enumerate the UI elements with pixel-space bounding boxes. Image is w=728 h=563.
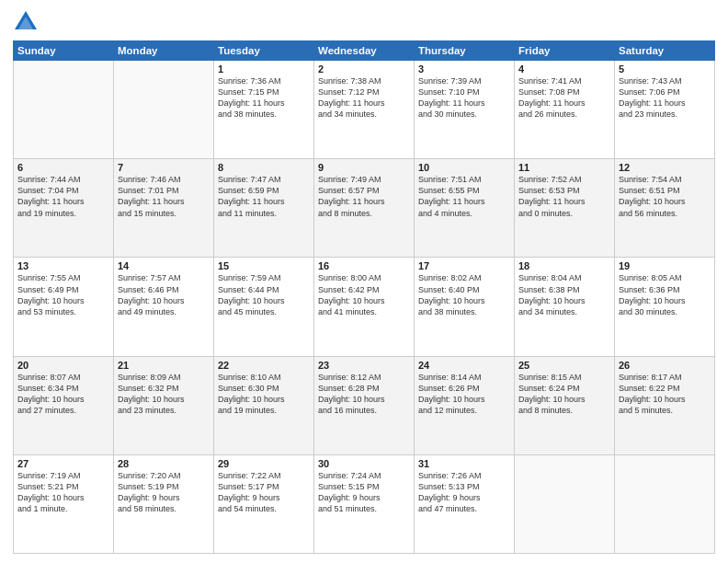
day-detail: Sunrise: 8:17 AM Sunset: 6:22 PM Dayligh… <box>619 372 711 417</box>
calendar-cell <box>515 454 615 553</box>
calendar-week-row: 1Sunrise: 7:36 AM Sunset: 7:15 PM Daylig… <box>14 61 715 159</box>
day-number: 2 <box>318 63 410 75</box>
logo-icon <box>13 9 39 35</box>
day-detail: Sunrise: 7:22 AM Sunset: 5:17 PM Dayligh… <box>218 470 310 515</box>
day-number: 6 <box>17 162 109 173</box>
calendar-cell: 13Sunrise: 7:55 AM Sunset: 6:49 PM Dayli… <box>14 258 114 356</box>
day-detail: Sunrise: 7:59 AM Sunset: 6:44 PM Dayligh… <box>218 272 310 317</box>
calendar-cell: 15Sunrise: 7:59 AM Sunset: 6:44 PM Dayli… <box>214 258 314 356</box>
day-detail: Sunrise: 7:41 AM Sunset: 7:08 PM Dayligh… <box>518 75 610 121</box>
calendar-cell: 12Sunrise: 7:54 AM Sunset: 6:51 PM Dayli… <box>615 159 715 258</box>
day-number: 31 <box>418 458 510 469</box>
calendar-cell: 7Sunrise: 7:46 AM Sunset: 7:01 PM Daylig… <box>114 159 214 258</box>
calendar-cell: 27Sunrise: 7:19 AM Sunset: 5:21 PM Dayli… <box>14 454 114 553</box>
day-number: 25 <box>518 360 610 371</box>
day-detail: Sunrise: 7:51 AM Sunset: 6:55 PM Dayligh… <box>418 174 510 219</box>
calendar-header-friday: Friday <box>515 41 615 61</box>
calendar-cell: 8Sunrise: 7:47 AM Sunset: 6:59 PM Daylig… <box>214 159 314 258</box>
day-number: 21 <box>118 360 210 371</box>
calendar-cell: 4Sunrise: 7:41 AM Sunset: 7:08 PM Daylig… <box>515 61 615 159</box>
day-number: 13 <box>17 260 109 271</box>
day-number: 29 <box>218 458 310 469</box>
calendar-cell: 29Sunrise: 7:22 AM Sunset: 5:17 PM Dayli… <box>214 454 314 553</box>
calendar-header-thursday: Thursday <box>415 41 515 61</box>
day-detail: Sunrise: 7:43 AM Sunset: 7:06 PM Dayligh… <box>619 75 711 121</box>
calendar-header-sunday: Sunday <box>14 41 114 61</box>
day-number: 16 <box>318 260 410 271</box>
calendar-cell: 14Sunrise: 7:57 AM Sunset: 6:46 PM Dayli… <box>114 258 214 356</box>
day-detail: Sunrise: 7:44 AM Sunset: 7:04 PM Dayligh… <box>17 174 109 219</box>
day-number: 7 <box>118 162 210 173</box>
day-detail: Sunrise: 7:36 AM Sunset: 7:15 PM Dayligh… <box>218 75 310 121</box>
day-number: 8 <box>218 162 310 173</box>
calendar-header-tuesday: Tuesday <box>214 41 314 61</box>
calendar-cell: 9Sunrise: 7:49 AM Sunset: 6:57 PM Daylig… <box>314 159 415 258</box>
day-detail: Sunrise: 7:54 AM Sunset: 6:51 PM Dayligh… <box>619 174 711 219</box>
calendar-cell: 5Sunrise: 7:43 AM Sunset: 7:06 PM Daylig… <box>615 61 715 159</box>
day-detail: Sunrise: 7:19 AM Sunset: 5:21 PM Dayligh… <box>17 470 109 515</box>
calendar-cell: 31Sunrise: 7:26 AM Sunset: 5:13 PM Dayli… <box>415 454 515 553</box>
calendar-cell: 16Sunrise: 8:00 AM Sunset: 6:42 PM Dayli… <box>314 258 415 356</box>
day-number: 26 <box>619 360 711 371</box>
header <box>13 9 715 35</box>
day-number: 15 <box>218 260 310 271</box>
calendar-header-wednesday: Wednesday <box>314 41 415 61</box>
calendar-week-row: 27Sunrise: 7:19 AM Sunset: 5:21 PM Dayli… <box>14 454 715 553</box>
day-number: 14 <box>118 260 210 271</box>
day-detail: Sunrise: 8:04 AM Sunset: 6:38 PM Dayligh… <box>518 272 610 317</box>
calendar-table: SundayMondayTuesdayWednesdayThursdayFrid… <box>13 40 715 554</box>
day-detail: Sunrise: 7:20 AM Sunset: 5:19 PM Dayligh… <box>118 470 210 515</box>
calendar-cell: 23Sunrise: 8:12 AM Sunset: 6:28 PM Dayli… <box>314 356 415 454</box>
day-detail: Sunrise: 8:05 AM Sunset: 6:36 PM Dayligh… <box>619 272 711 317</box>
day-detail: Sunrise: 8:02 AM Sunset: 6:40 PM Dayligh… <box>418 272 510 317</box>
calendar-cell: 21Sunrise: 8:09 AM Sunset: 6:32 PM Dayli… <box>114 356 214 454</box>
day-detail: Sunrise: 7:39 AM Sunset: 7:10 PM Dayligh… <box>418 75 510 121</box>
day-detail: Sunrise: 7:46 AM Sunset: 7:01 PM Dayligh… <box>118 174 210 219</box>
day-number: 27 <box>17 458 109 469</box>
calendar-cell <box>14 61 114 159</box>
day-number: 22 <box>218 360 310 371</box>
calendar-cell: 17Sunrise: 8:02 AM Sunset: 6:40 PM Dayli… <box>415 258 515 356</box>
day-number: 30 <box>318 458 410 469</box>
calendar-week-row: 6Sunrise: 7:44 AM Sunset: 7:04 PM Daylig… <box>14 159 715 258</box>
day-number: 12 <box>619 162 711 173</box>
day-detail: Sunrise: 8:10 AM Sunset: 6:30 PM Dayligh… <box>218 372 310 417</box>
logo <box>13 9 40 35</box>
calendar-cell: 28Sunrise: 7:20 AM Sunset: 5:19 PM Dayli… <box>114 454 214 553</box>
calendar-cell: 22Sunrise: 8:10 AM Sunset: 6:30 PM Dayli… <box>214 356 314 454</box>
day-number: 17 <box>418 260 510 271</box>
day-number: 19 <box>619 260 711 271</box>
day-number: 28 <box>118 458 210 469</box>
calendar-cell: 30Sunrise: 7:24 AM Sunset: 5:15 PM Dayli… <box>314 454 415 553</box>
day-number: 24 <box>418 360 510 371</box>
day-number: 10 <box>418 162 510 173</box>
day-detail: Sunrise: 8:07 AM Sunset: 6:34 PM Dayligh… <box>17 372 109 417</box>
day-detail: Sunrise: 8:00 AM Sunset: 6:42 PM Dayligh… <box>318 272 410 317</box>
day-detail: Sunrise: 8:15 AM Sunset: 6:24 PM Dayligh… <box>518 372 610 417</box>
day-detail: Sunrise: 8:09 AM Sunset: 6:32 PM Dayligh… <box>118 372 210 417</box>
calendar-header-row: SundayMondayTuesdayWednesdayThursdayFrid… <box>14 41 715 61</box>
day-detail: Sunrise: 7:49 AM Sunset: 6:57 PM Dayligh… <box>318 174 410 219</box>
calendar-cell: 1Sunrise: 7:36 AM Sunset: 7:15 PM Daylig… <box>214 61 314 159</box>
calendar-cell: 18Sunrise: 8:04 AM Sunset: 6:38 PM Dayli… <box>515 258 615 356</box>
calendar-cell: 19Sunrise: 8:05 AM Sunset: 6:36 PM Dayli… <box>615 258 715 356</box>
day-number: 1 <box>218 63 310 75</box>
calendar-cell <box>114 61 214 159</box>
calendar-cell: 2Sunrise: 7:38 AM Sunset: 7:12 PM Daylig… <box>314 61 415 159</box>
day-number: 18 <box>518 260 610 271</box>
day-detail: Sunrise: 7:24 AM Sunset: 5:15 PM Dayligh… <box>318 470 410 515</box>
day-number: 23 <box>318 360 410 371</box>
day-detail: Sunrise: 7:26 AM Sunset: 5:13 PM Dayligh… <box>418 470 510 515</box>
calendar-cell: 25Sunrise: 8:15 AM Sunset: 6:24 PM Dayli… <box>515 356 615 454</box>
calendar-cell: 26Sunrise: 8:17 AM Sunset: 6:22 PM Dayli… <box>615 356 715 454</box>
calendar-header-monday: Monday <box>114 41 214 61</box>
day-detail: Sunrise: 7:55 AM Sunset: 6:49 PM Dayligh… <box>17 272 109 317</box>
day-detail: Sunrise: 7:52 AM Sunset: 6:53 PM Dayligh… <box>518 174 610 219</box>
calendar-cell: 3Sunrise: 7:39 AM Sunset: 7:10 PM Daylig… <box>415 61 515 159</box>
calendar-header-saturday: Saturday <box>615 41 715 61</box>
day-detail: Sunrise: 7:57 AM Sunset: 6:46 PM Dayligh… <box>118 272 210 317</box>
day-number: 11 <box>518 162 610 173</box>
calendar-cell: 6Sunrise: 7:44 AM Sunset: 7:04 PM Daylig… <box>14 159 114 258</box>
calendar-week-row: 20Sunrise: 8:07 AM Sunset: 6:34 PM Dayli… <box>14 356 715 454</box>
day-number: 3 <box>418 63 510 75</box>
